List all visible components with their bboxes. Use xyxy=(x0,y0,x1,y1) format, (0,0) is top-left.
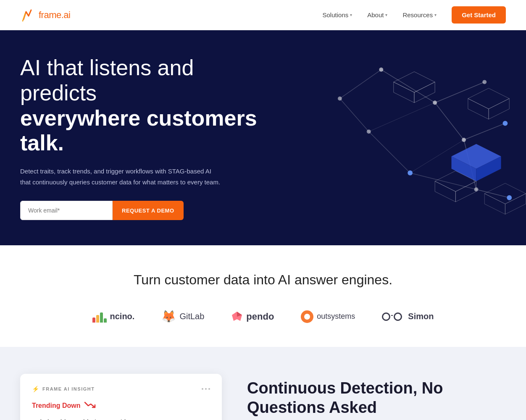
svg-marker-23 xyxy=(456,181,476,202)
ncino-bars-icon xyxy=(92,311,107,323)
svg-marker-20 xyxy=(489,99,509,119)
svg-line-5 xyxy=(476,189,510,198)
nav-links: Solutions ▾ About ▾ Resources ▾ Get Star… xyxy=(323,6,506,24)
insight-more-icon[interactable] xyxy=(202,388,210,390)
insight-section: ⚡ FRAME AI INSIGHT Trending Down Relatio… xyxy=(0,347,526,420)
logo-text: frame.ai xyxy=(39,10,70,21)
insight-card-header: ⚡ FRAME AI INSIGHT xyxy=(32,386,210,392)
insight-right-content: Continuous Detection, No Questions Asked… xyxy=(247,374,443,420)
svg-marker-26 xyxy=(505,194,526,214)
hero-content: AI that listens and predicts everywhere … xyxy=(20,55,264,220)
svg-line-6 xyxy=(340,70,381,99)
simon-name: Simon xyxy=(408,312,434,321)
insight-brand-label: FRAME AI INSIGHT xyxy=(42,386,95,391)
svg-line-11 xyxy=(410,173,476,189)
svg-line-10 xyxy=(410,140,464,173)
svg-point-28 xyxy=(433,101,437,105)
chevron-down-icon: ▾ xyxy=(434,13,437,17)
svg-line-3 xyxy=(464,123,505,140)
nav-solutions[interactable]: Solutions ▾ xyxy=(323,11,352,18)
svg-point-32 xyxy=(474,187,479,192)
svg-marker-14 xyxy=(476,156,501,181)
pendo-logo: pendo xyxy=(231,311,274,323)
svg-point-31 xyxy=(503,121,508,126)
outsystems-icon xyxy=(301,310,313,323)
insight-section-title: Continuous Detection, No Questions Asked xyxy=(247,379,443,417)
svg-line-1 xyxy=(435,82,485,102)
svg-point-29 xyxy=(483,80,487,84)
logo[interactable]: frame.ai xyxy=(20,8,70,23)
svg-marker-25 xyxy=(485,194,505,214)
svg-marker-19 xyxy=(468,99,489,119)
svg-point-30 xyxy=(462,138,466,142)
svg-marker-18 xyxy=(468,88,509,109)
gitlab-logo: 🦊 GitLab xyxy=(161,310,204,323)
svg-marker-24 xyxy=(485,183,526,204)
get-started-button[interactable]: Get Started xyxy=(452,6,506,24)
pendo-icon xyxy=(231,311,243,323)
simon-icon xyxy=(382,312,402,321)
svg-marker-12 xyxy=(452,144,501,169)
nav-resources[interactable]: Resources ▾ xyxy=(402,11,437,18)
hero-description: Detect traits, track trends, and trigger… xyxy=(20,166,222,187)
partners-section: Turn customer data into AI answer engine… xyxy=(0,245,526,347)
svg-line-2 xyxy=(435,102,464,140)
gitlab-icon: 🦊 xyxy=(161,310,176,323)
chevron-down-icon: ▾ xyxy=(350,13,352,17)
insight-brand-row: ⚡ FRAME AI INSIGHT xyxy=(32,386,95,392)
partners-title: Turn customer data into AI answer engine… xyxy=(20,272,506,288)
svg-line-4 xyxy=(464,140,476,189)
svg-line-8 xyxy=(369,102,435,131)
pendo-name: pendo xyxy=(246,311,274,322)
hero-form: REQUEST A DEMO xyxy=(20,201,264,220)
trending-down-icon xyxy=(84,401,96,410)
simon-logo: Simon xyxy=(382,312,434,321)
navbar: frame.ai Solutions ▾ About ▾ Resources ▾… xyxy=(0,0,526,30)
trending-down-label: Trending Down xyxy=(32,402,81,410)
svg-marker-15 xyxy=(394,72,435,92)
logo-icon xyxy=(20,8,35,23)
request-demo-button[interactable]: REQUEST A DEMO xyxy=(113,201,184,220)
svg-line-9 xyxy=(369,131,410,173)
bolt-icon: ⚡ xyxy=(32,386,39,392)
svg-point-36 xyxy=(408,171,413,176)
email-input[interactable] xyxy=(20,201,113,220)
svg-point-33 xyxy=(507,195,512,200)
svg-line-0 xyxy=(381,70,435,103)
svg-marker-16 xyxy=(394,82,414,102)
gitlab-name: GitLab xyxy=(179,312,204,321)
svg-point-35 xyxy=(367,129,371,134)
hero-section: AI that listens and predicts everywhere … xyxy=(0,30,526,245)
insight-card-text: Relationship Health decreased for xyxy=(32,417,210,420)
svg-marker-21 xyxy=(435,171,476,192)
trending-down-badge: Trending Down xyxy=(32,401,210,410)
svg-marker-13 xyxy=(452,156,476,181)
outsystems-logo: outsystems xyxy=(301,310,355,323)
svg-point-34 xyxy=(338,97,342,101)
svg-marker-22 xyxy=(435,181,456,202)
svg-line-7 xyxy=(340,99,369,132)
outsystems-name: outsystems xyxy=(317,312,355,321)
svg-marker-17 xyxy=(414,82,435,102)
svg-point-27 xyxy=(379,68,384,72)
chevron-down-icon: ▾ xyxy=(385,13,387,17)
ncino-logo: ncino. xyxy=(92,311,135,323)
hero-headline: AI that listens and predicts everywhere … xyxy=(20,55,264,156)
nav-about[interactable]: About ▾ xyxy=(367,11,387,18)
hero-graphic xyxy=(237,30,526,245)
ncino-name: ncino. xyxy=(110,312,135,321)
partners-logos: ncino. 🦊 GitLab pendo outsystems xyxy=(20,310,506,323)
insight-card: ⚡ FRAME AI INSIGHT Trending Down Relatio… xyxy=(20,374,222,420)
